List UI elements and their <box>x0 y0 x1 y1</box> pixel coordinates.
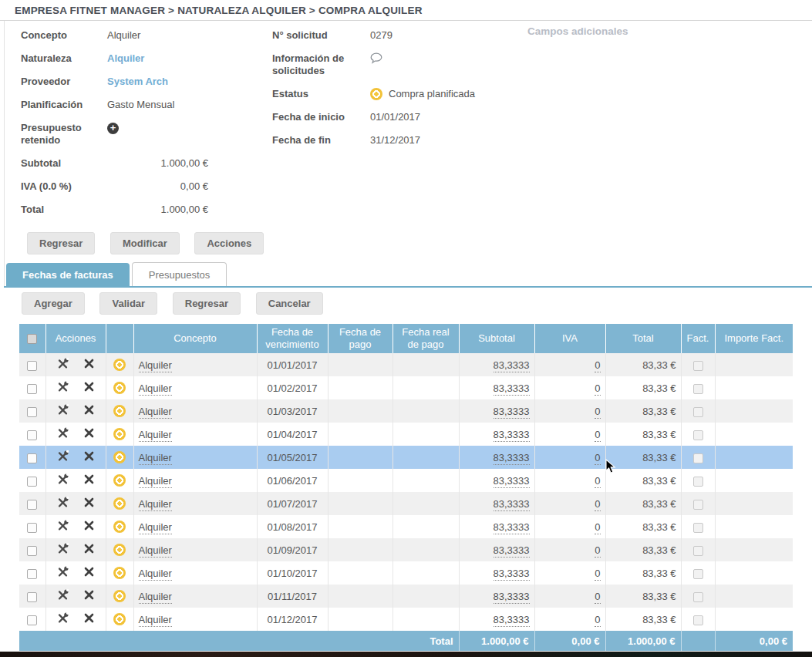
modificar-button[interactable]: Modificar <box>110 232 180 254</box>
fact-checkbox[interactable] <box>693 361 703 371</box>
row-checkbox[interactable] <box>27 430 37 440</box>
status-dot-icon[interactable] <box>113 474 126 487</box>
row-concepto[interactable]: Alquiler <box>139 452 172 465</box>
x-icon[interactable] <box>84 497 94 510</box>
row-checkbox[interactable] <box>27 384 37 394</box>
row-iva[interactable]: 0 <box>595 521 600 534</box>
row-concepto[interactable]: Alquiler <box>139 382 172 396</box>
row-subtotal[interactable]: 83,3333 <box>494 382 530 396</box>
agregar-button[interactable]: Agregar <box>22 292 85 315</box>
row-checkbox[interactable] <box>27 569 37 579</box>
row-iva[interactable]: 0 <box>595 544 600 558</box>
tools-icon[interactable] <box>57 520 69 534</box>
row-concepto[interactable]: Alquiler <box>139 591 172 604</box>
status-dot-icon[interactable] <box>113 497 126 510</box>
fact-checkbox[interactable] <box>693 453 703 463</box>
row-checkbox[interactable] <box>27 523 37 533</box>
row-checkbox[interactable] <box>27 546 37 556</box>
x-icon[interactable] <box>84 613 94 625</box>
row-iva[interactable]: 0 <box>595 614 600 627</box>
x-icon[interactable] <box>84 359 94 371</box>
regresar-table-button[interactable]: Regresar <box>173 292 241 315</box>
row-iva[interactable]: 0 <box>595 568 600 581</box>
tab-fechas-de-facturas[interactable]: Fechas de facturas <box>6 263 130 286</box>
x-icon[interactable] <box>84 474 94 487</box>
row-iva[interactable]: 0 <box>595 382 600 396</box>
row-iva[interactable]: 0 <box>595 475 600 488</box>
row-iva[interactable]: 0 <box>595 498 600 511</box>
row-iva[interactable]: 0 <box>595 359 600 372</box>
plus-icon[interactable] <box>107 123 119 134</box>
row-checkbox[interactable] <box>27 453 37 463</box>
row-concepto[interactable]: Alquiler <box>139 544 172 558</box>
x-icon[interactable] <box>84 521 94 533</box>
fact-checkbox[interactable] <box>693 569 703 579</box>
row-subtotal[interactable]: 83,3333 <box>494 498 530 511</box>
tools-icon[interactable] <box>57 589 69 603</box>
row-iva[interactable]: 0 <box>595 429 600 442</box>
select-all-checkbox[interactable] <box>27 334 37 344</box>
row-subtotal[interactable]: 83,3333 <box>494 521 530 534</box>
x-icon[interactable] <box>84 405 94 417</box>
row-iva[interactable]: 0 <box>595 452 600 465</box>
fact-checkbox[interactable] <box>693 384 703 394</box>
x-icon[interactable] <box>84 451 94 463</box>
fact-checkbox[interactable] <box>693 407 703 417</box>
tools-icon[interactable] <box>57 427 69 441</box>
row-concepto[interactable]: Alquiler <box>139 521 172 534</box>
row-checkbox[interactable] <box>27 407 37 417</box>
row-checkbox[interactable] <box>27 361 37 371</box>
status-dot-icon[interactable] <box>113 382 126 394</box>
row-subtotal[interactable]: 83,3333 <box>494 475 530 488</box>
row-concepto[interactable]: Alquiler <box>139 359 172 372</box>
fact-checkbox[interactable] <box>693 477 703 487</box>
row-checkbox[interactable] <box>27 477 37 487</box>
fact-checkbox[interactable] <box>693 523 703 533</box>
acciones-button[interactable]: Acciones <box>194 232 264 254</box>
fact-checkbox[interactable] <box>693 546 703 556</box>
naturaleza-link[interactable]: Alquiler <box>107 52 208 65</box>
fact-checkbox[interactable] <box>693 430 703 440</box>
row-concepto[interactable]: Alquiler <box>139 498 172 511</box>
x-icon[interactable] <box>84 544 94 556</box>
tools-icon[interactable] <box>57 358 69 372</box>
row-checkbox[interactable] <box>27 615 37 625</box>
tools-icon[interactable] <box>57 473 69 487</box>
tools-icon[interactable] <box>57 404 69 418</box>
status-dot-icon[interactable] <box>113 544 126 556</box>
row-subtotal[interactable]: 83,3333 <box>494 429 530 442</box>
status-dot-icon[interactable] <box>113 521 126 533</box>
row-subtotal[interactable]: 83,3333 <box>494 452 530 465</box>
tools-icon[interactable] <box>57 381 69 395</box>
row-iva[interactable]: 0 <box>595 591 600 604</box>
tools-icon[interactable] <box>57 612 69 626</box>
row-subtotal[interactable]: 83,3333 <box>494 568 530 581</box>
tools-icon[interactable] <box>57 497 69 510</box>
validar-button[interactable]: Validar <box>99 292 157 315</box>
x-icon[interactable] <box>84 590 94 602</box>
tab-presupuestos[interactable]: Presupuestos <box>132 262 227 286</box>
row-subtotal[interactable]: 83,3333 <box>494 359 530 372</box>
status-dot-icon[interactable] <box>113 428 126 440</box>
x-icon[interactable] <box>84 428 94 440</box>
row-subtotal[interactable]: 83,3333 <box>494 544 530 558</box>
status-dot-icon[interactable] <box>113 405 126 417</box>
status-dot-icon[interactable] <box>113 359 126 371</box>
status-dot-icon[interactable] <box>113 451 126 463</box>
row-concepto[interactable]: Alquiler <box>139 568 172 581</box>
status-dot-icon[interactable] <box>113 590 126 602</box>
row-concepto[interactable]: Alquiler <box>139 475 172 488</box>
tools-icon[interactable] <box>57 566 69 580</box>
row-concepto[interactable]: Alquiler <box>139 429 172 442</box>
x-icon[interactable] <box>84 382 94 394</box>
status-dot-icon[interactable] <box>113 613 126 625</box>
row-checkbox[interactable] <box>27 500 37 510</box>
tools-icon[interactable] <box>57 450 69 464</box>
proveedor-link[interactable]: System Arch <box>107 76 208 88</box>
row-subtotal[interactable]: 83,3333 <box>494 406 530 419</box>
fact-checkbox[interactable] <box>693 592 703 602</box>
fact-checkbox[interactable] <box>693 615 703 625</box>
x-icon[interactable] <box>84 567 94 579</box>
fact-checkbox[interactable] <box>693 500 703 510</box>
row-checkbox[interactable] <box>27 592 37 602</box>
